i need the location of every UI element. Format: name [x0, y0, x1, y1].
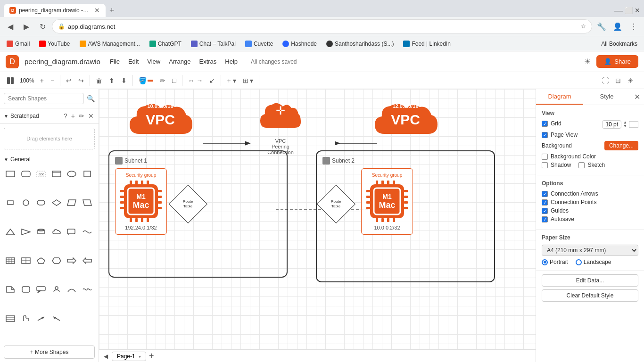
general-section-header[interactable]: ▼ General: [0, 153, 99, 165]
shadow-checkbox[interactable]: [542, 162, 548, 168]
table-button[interactable]: ⊞ ▾: [240, 75, 256, 86]
scratchpad-add-button[interactable]: +: [70, 111, 76, 121]
security-group-left[interactable]: Security group M1 Mac: [115, 168, 167, 235]
page-1-tab[interactable]: Page-1 ▾: [112, 352, 146, 361]
bookmark-linkedin[interactable]: Feed | LinkedIn: [400, 40, 454, 48]
bookmark-gmail[interactable]: Gmail: [4, 40, 33, 48]
connection-arrows-checkbox[interactable]: [542, 191, 548, 197]
line-color-button[interactable]: ✏: [157, 75, 168, 86]
grid-checkbox[interactable]: [542, 121, 548, 127]
shape-style-button[interactable]: □: [169, 75, 179, 86]
vpc-right-cloud[interactable]: 12.0.0.0/16 VPC: [372, 99, 438, 143]
fit-button[interactable]: ⊡: [612, 75, 624, 86]
shape-wavy[interactable]: [81, 225, 94, 239]
connection-style-button[interactable]: ↙: [206, 75, 218, 86]
bring-forward-button[interactable]: ⬆: [106, 75, 117, 86]
autosave-checkbox[interactable]: [542, 216, 548, 222]
change-background-button[interactable]: Change...: [604, 141, 638, 150]
route-table-left-diamond[interactable]: RouteTable: [169, 184, 207, 223]
shape-doc[interactable]: [4, 283, 17, 296]
subnet-box-left[interactable]: Subnet 1 Security group: [108, 150, 288, 278]
shape-parallelogram[interactable]: [65, 196, 78, 209]
connection-points-checkbox[interactable]: [542, 199, 548, 206]
shape-square[interactable]: [81, 167, 94, 181]
close-window-button[interactable]: ✕: [635, 7, 640, 14]
grid-decrement-button[interactable]: ▼: [623, 124, 627, 128]
menu-file[interactable]: File: [106, 56, 124, 67]
background-color-checkbox[interactable]: [542, 154, 548, 160]
shape-pentagon[interactable]: [34, 254, 48, 267]
edit-data-button[interactable]: Edit Data...: [542, 274, 638, 287]
menu-button[interactable]: ⋮: [627, 20, 640, 33]
shape-diamond[interactable]: [50, 196, 63, 209]
menu-view[interactable]: View: [143, 56, 164, 67]
m1-mac-right-chip[interactable]: M1 Mac: [365, 180, 409, 223]
route-table-right-diamond[interactable]: RouteTable: [317, 184, 355, 223]
shape-cylinder[interactable]: [34, 225, 48, 239]
bookmark-all[interactable]: All Bookmarks: [598, 40, 640, 48]
bookmark-hashnode[interactable]: Hashnode: [280, 40, 320, 48]
shape-table-grid[interactable]: [4, 254, 17, 267]
bookmark-aws[interactable]: AWS Management...: [77, 40, 143, 48]
active-tab[interactable]: D peering_diagram.drawio - draw... ✕: [4, 4, 106, 17]
fullscreen-button[interactable]: ⛶: [599, 75, 611, 86]
bookmark-cuvette[interactable]: Cuvette: [242, 40, 276, 48]
shape-arrow-right[interactable]: [65, 254, 78, 267]
menu-edit[interactable]: Edit: [124, 56, 142, 67]
paper-size-select[interactable]: A4 (210 mm x 297 mm): [542, 245, 638, 256]
back-button[interactable]: ◀: [4, 20, 17, 33]
menu-help[interactable]: Help: [221, 56, 241, 67]
shape-wave[interactable]: [81, 283, 94, 296]
canvas-area[interactable]: 10.0.0.0/16 VPC ✛ VPC Peering Connection: [99, 89, 536, 362]
profile-button[interactable]: 👤: [611, 20, 624, 33]
bookmark-youtube[interactable]: YouTube: [36, 40, 73, 48]
landscape-radio[interactable]: [576, 259, 582, 265]
shape-triangle[interactable]: [4, 225, 17, 239]
shape-arc[interactable]: [65, 283, 78, 296]
send-backward-button[interactable]: ⬇: [118, 75, 130, 86]
shape-steps[interactable]: [19, 312, 33, 325]
sketch-checkbox[interactable]: [578, 162, 585, 168]
minimize-button[interactable]: —: [614, 6, 623, 16]
delete-button[interactable]: 🗑: [93, 75, 105, 86]
shape-ellipse[interactable]: [65, 167, 78, 181]
vpc-peering-cloud[interactable]: ✛: [259, 99, 302, 136]
shape-rectangle[interactable]: [4, 167, 17, 181]
scratchpad-edit-button[interactable]: ✏: [78, 111, 85, 121]
shape-small-rect[interactable]: [4, 196, 17, 209]
portrait-radio[interactable]: [542, 259, 548, 265]
shape-chat[interactable]: [65, 225, 78, 239]
zoom-out-button[interactable]: −: [48, 75, 57, 86]
more-shapes-button[interactable]: + More Shapes: [4, 346, 95, 359]
panel-close-button[interactable]: ✕: [630, 89, 644, 105]
shape-right-triangle[interactable]: [19, 225, 33, 239]
vpc-left-cloud[interactable]: 10.0.0.0/16 VPC: [127, 99, 193, 143]
shape-hexagon[interactable]: [50, 254, 63, 267]
reload-button[interactable]: ↻: [36, 20, 49, 33]
m1-mac-left-chip[interactable]: M1 Mac: [119, 180, 163, 223]
fill-color-button[interactable]: 🪣: [136, 75, 156, 86]
address-bar[interactable]: 🔒 app.diagrams.net ☆: [52, 19, 592, 33]
shape-rounded-rect2[interactable]: [34, 196, 48, 209]
menu-arrange[interactable]: Arrange: [165, 56, 194, 67]
shape-parallelogram2[interactable]: [81, 196, 94, 209]
scratchpad-close-button[interactable]: ✕: [87, 111, 95, 121]
tab-close-button[interactable]: ✕: [94, 7, 100, 14]
zoom-in-button[interactable]: +: [37, 75, 47, 86]
shape-rounded-rect[interactable]: [19, 167, 33, 181]
clear-style-button[interactable]: Clear Default Style: [542, 289, 638, 302]
forward-button[interactable]: ▶: [20, 20, 33, 33]
style-tab[interactable]: Style: [583, 89, 630, 105]
landscape-option[interactable]: Landscape: [576, 259, 611, 265]
portrait-option[interactable]: Portrait: [542, 259, 568, 265]
search-shapes-button[interactable]: 🔍: [87, 95, 95, 102]
diagram-tab[interactable]: Diagram: [536, 89, 583, 105]
dark-mode-button[interactable]: ☀: [625, 75, 636, 86]
page-view-checkbox[interactable]: [542, 132, 548, 138]
shape-text-box[interactable]: abc: [34, 167, 48, 181]
waypoint-button[interactable]: ↔ →: [185, 75, 206, 86]
shape-cloud[interactable]: [50, 225, 63, 239]
redo-button[interactable]: ↪: [75, 75, 87, 86]
shape-callout[interactable]: [34, 283, 48, 296]
search-shapes-input[interactable]: [4, 93, 84, 104]
